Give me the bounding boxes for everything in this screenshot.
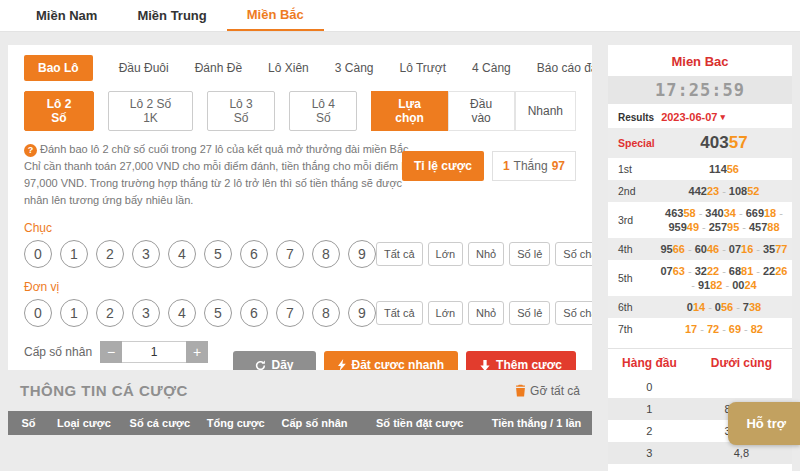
support-button[interactable]: Hỗ trợ [728,402,800,445]
digit-circle[interactable]: 0 [24,240,52,268]
result-number-suffix: 18 [764,207,776,219]
result-separator: - [756,243,760,255]
tab-mien-trung[interactable]: Miền Trung [117,0,226,31]
bet-type-tab[interactable]: Lô Xiên [268,61,309,75]
result-separator: - [739,207,743,219]
series-button-label: Dãy [272,358,294,370]
digit-circle[interactable]: 1 [60,299,88,327]
result-row-label: 2nd [612,185,660,197]
multiplier-input[interactable] [122,341,186,363]
result-separator: - [779,207,783,219]
filter-button[interactable]: Số chẵn [555,301,592,325]
result-separator: - [699,207,703,219]
result-number: 056 [715,301,733,313]
digit-filters: Tất cảLớnNhỏSố lẻSố chẵnGỡ [376,242,592,266]
head-digit-cell: 1 [608,403,691,415]
result-number: 014 [687,301,705,313]
result-number-suffix: 23 [707,185,719,197]
clear-all-label: Gỡ tất cả [530,384,580,398]
digit-circle[interactable]: 9 [348,240,376,268]
digit-circle[interactable]: 6 [240,299,268,327]
filter-button[interactable]: Số lẻ [509,242,550,266]
odds-rate-button[interactable]: Tỉ lệ cược [402,151,484,181]
bet-type-tab[interactable]: Bao Lô [24,55,93,81]
filter-button[interactable]: Lớn [428,242,463,266]
result-separator: - [756,265,760,277]
digit-row-tens: Chục0123456789Tất cảLớnNhỏSố lẻSố chẵnGỡ [24,221,576,268]
filter-button[interactable]: Tất cả [376,242,423,266]
mode-button[interactable]: Lô 3 Số [207,91,275,131]
digit-circle[interactable]: 5 [204,240,232,268]
quick-bet-button[interactable]: Đặt cược nhanh [324,351,459,370]
result-number: 72 [707,323,719,335]
result-number-prefix: 32 [695,265,707,277]
mode-button[interactable]: Lô 2 Số [24,91,94,131]
digit-circle[interactable]: 9 [348,299,376,327]
digit-circle[interactable]: 7 [276,299,304,327]
result-row-label: Special [612,137,660,149]
digit-circle[interactable]: 5 [204,299,232,327]
result-separator: - [722,243,726,255]
results-date-dropdown[interactable]: 2023-06-07 ▾ [661,111,725,123]
head-digit-cell: 0 [608,381,691,393]
bet-type-tabs: Bao LôĐầu ĐuôiĐánh ĐềLô Xiên3 CàngLô Trư… [24,55,576,81]
view-button[interactable]: Nhanh [515,91,576,131]
bet-table-header-cell: Số cá cược [119,417,201,429]
result-number-prefix: 403 [700,133,728,152]
multiplier-stepper: Cấp số nhân − + [24,341,232,363]
result-number-prefix: 60 [695,243,707,255]
bet-type-tab[interactable]: 4 Càng [472,61,511,75]
bet-info-title: THÔNG TIN CÁ CƯỢC [20,382,188,399]
digit-circle[interactable]: 6 [240,240,268,268]
filter-button[interactable]: Lớn [428,301,463,325]
digit-circle[interactable]: 8 [312,240,340,268]
clear-all-button[interactable]: Gỡ tất cả [515,384,580,398]
tab-mien-bac[interactable]: Miền Bắc [227,0,324,31]
result-separator: - [736,301,740,313]
digit-circle[interactable]: 7 [276,240,304,268]
result-separator: - [702,221,706,233]
mode-button[interactable]: Lô 2 Số 1K [108,91,193,131]
head-tail-header: Hàng đầu Dưới cùng [608,349,792,376]
countdown-clock: 17:25:59 [608,76,792,104]
bet-type-tab[interactable]: Báo cáo đặt cược [537,61,592,75]
result-row: 7th17-72-69-82 [608,318,792,340]
digit-circle[interactable]: 2 [96,299,124,327]
digit-circle[interactable]: 4 [168,299,196,327]
description-row: ?Đánh bao lô 2 chữ số cuối trong 27 lô c… [24,141,576,209]
bet-type-tab[interactable]: 3 Càng [335,61,374,75]
view-button[interactable]: Đầu vào [448,91,515,131]
minus-button[interactable]: − [100,341,122,363]
filter-button[interactable]: Nhỏ [468,242,504,266]
filter-button[interactable]: Tất cả [376,301,423,325]
add-bet-button[interactable]: Thêm cược [466,351,576,370]
filter-button[interactable]: Số lẻ [509,301,550,325]
bet-table-header-cell: Số tiền đặt cược [358,417,481,429]
digit-circle[interactable]: 1 [60,240,88,268]
digit-circle[interactable]: 8 [312,299,340,327]
digit-circle[interactable]: 0 [24,299,52,327]
results-panel-title: Mien Bac [608,45,792,76]
bet-type-tab[interactable]: Đầu Đuôi [119,61,169,75]
mode-button[interactable]: Lô 4 Số [289,91,357,131]
digit-circle[interactable]: 3 [132,299,160,327]
plus-button[interactable]: + [186,341,208,363]
series-button[interactable]: Dãy [233,351,316,370]
digit-circle[interactable]: 4 [168,240,196,268]
result-separator: - [726,279,730,291]
digit-circle[interactable]: 3 [132,240,160,268]
result-separator: - [708,301,712,313]
result-number-prefix: 340 [705,207,723,219]
result-separator: - [688,243,692,255]
filter-button[interactable]: Nhỏ [468,301,504,325]
result-number-suffix: 16 [741,243,753,255]
tab-mien-nam[interactable]: Miền Nam [16,0,117,31]
bet-type-tab[interactable]: Đánh Đề [195,61,242,75]
result-numbers: 46358-34034-66918-95949-25795-45788 [660,207,788,233]
digit-circle[interactable]: 2 [96,240,124,268]
view-button[interactable]: Lựa chọn [371,91,447,131]
filter-button[interactable]: Số chẵn [555,242,592,266]
result-row-label: 7th [612,323,660,335]
mode-buttons: Lô 2 SốLô 2 Số 1KLô 3 SốLô 4 Số [24,91,371,131]
bet-type-tab[interactable]: Lô Trượt [399,61,446,75]
